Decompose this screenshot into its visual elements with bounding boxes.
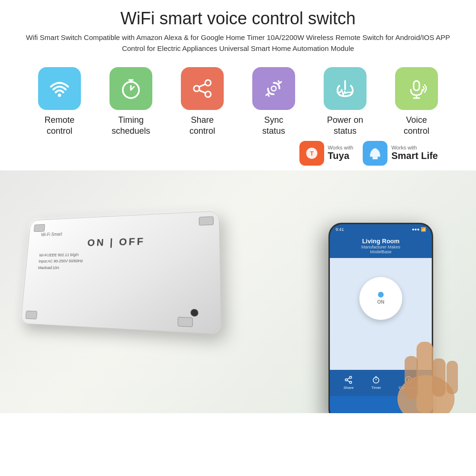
remote-control-icon-box xyxy=(38,67,81,110)
connector-bl xyxy=(25,310,37,319)
device-wrap: Wi-Fi Smart ON | OFF Wi-Fi:IEEE 802.11 b… xyxy=(0,185,252,385)
feature-remote-label: Remotecontrol xyxy=(44,115,74,137)
svg-rect-18 xyxy=(405,356,418,399)
svg-point-2 xyxy=(205,80,211,86)
phone-signal: ●●● 📶 xyxy=(412,227,426,232)
page-subtitle: Wifi Smart Switch Compatible with Amazon… xyxy=(24,32,452,54)
phone-time: 9:41 xyxy=(336,227,344,232)
feature-power-label: Power onstatus xyxy=(327,115,363,137)
phone-status-bar: 9:41 ●●● 📶 xyxy=(330,224,432,235)
page-title: WiFi smart voice control switch xyxy=(10,9,466,29)
feature-sync: Syncstatus xyxy=(240,67,307,137)
smart-life-icon xyxy=(363,141,387,166)
feature-share: Sharecontrol xyxy=(169,67,236,137)
svg-rect-20 xyxy=(446,361,458,394)
wifi-icon xyxy=(47,76,72,101)
device-indicator xyxy=(190,309,198,317)
page: WiFi smart voice control switch Wifi Sma… xyxy=(0,0,476,476)
bottom-section: Wi-Fi Smart ON | OFF Wi-Fi:IEEE 802.11 b… xyxy=(0,170,476,413)
smart-life-badge: Works with Smart Life xyxy=(363,141,438,166)
svg-point-5 xyxy=(271,86,276,91)
smart-life-text: Works with Smart Life xyxy=(391,145,438,161)
svg-line-13 xyxy=(347,378,350,379)
hand-svg xyxy=(390,304,462,413)
smart-life-works-with: Works with xyxy=(391,145,438,150)
tuya-text: Works with Tuya xyxy=(328,145,354,161)
smart-life-brand: Smart Life xyxy=(391,150,438,161)
voice-icon-box xyxy=(395,67,438,110)
timer-icon xyxy=(119,76,143,101)
feature-share-label: Sharecontrol xyxy=(189,115,215,137)
svg-rect-19 xyxy=(432,358,446,397)
sync-icon-box xyxy=(252,67,295,110)
feature-voice-label: Voicecontrol xyxy=(404,115,429,137)
svg-point-4 xyxy=(205,91,211,97)
svg-line-12 xyxy=(347,380,350,382)
svg-point-10 xyxy=(346,379,348,381)
power-icon xyxy=(333,76,357,101)
header: WiFi smart voice control switch Wifi Sma… xyxy=(0,0,476,59)
feature-sync-label: Syncstatus xyxy=(262,115,285,137)
feature-timing: Timingscheduels xyxy=(98,67,164,137)
phone-app-header: Living Room Manufacturer Makes ModelBase xyxy=(330,235,432,258)
smart-life-logo-icon xyxy=(367,145,384,162)
phone-sub: Manufacturer Makes ModelBase xyxy=(336,245,426,254)
svg-rect-6 xyxy=(414,81,419,90)
phone-timer-btn[interactable]: Timer xyxy=(371,376,381,390)
feature-remote-control: Remotecontrol xyxy=(26,67,93,137)
sync-icon xyxy=(261,76,286,101)
share-icon xyxy=(190,76,215,101)
svg-point-11 xyxy=(350,381,352,384)
phone-share-btn[interactable]: Share xyxy=(344,376,354,390)
device-specs: Wi-Fi:IEEE 802.11 b/g/n Input:AC 90-250V… xyxy=(38,249,203,271)
tuya-logo-icon: T xyxy=(303,145,320,162)
power-icon-box xyxy=(324,67,367,110)
feature-timing-label: Timingscheduels xyxy=(111,115,150,137)
hand-illustration xyxy=(390,304,462,413)
tuya-works-with: Works with xyxy=(328,145,354,150)
phone-wrap: 9:41 ●●● 📶 Living Room Manufacturer Make… xyxy=(300,185,462,413)
voice-icon xyxy=(404,76,429,101)
phone-timer-label: Timer xyxy=(371,386,381,390)
feature-power: Power onstatus xyxy=(312,67,378,137)
timing-icon-box xyxy=(109,67,152,110)
svg-point-3 xyxy=(194,86,199,91)
svg-point-9 xyxy=(350,377,352,379)
phone-on-label: ON xyxy=(377,299,385,305)
svg-rect-17 xyxy=(416,342,433,413)
svg-text:T: T xyxy=(310,150,314,157)
connector-tl xyxy=(34,224,45,232)
svg-point-0 xyxy=(58,94,61,97)
tuya-badge: T Works with Tuya xyxy=(299,141,354,166)
connector-br xyxy=(178,317,193,327)
feature-voice: Voicecontrol xyxy=(383,67,450,137)
device-body: Wi-Fi Smart ON | OFF Wi-Fi:IEEE 802.11 b… xyxy=(20,210,221,334)
features-row: Remotecontrol Timingscheduels xyxy=(0,59,476,141)
tuya-icon: T xyxy=(299,141,324,166)
badge-row: T Works with Tuya Works with Smart Life xyxy=(0,141,476,170)
connector-tr xyxy=(199,216,214,225)
device-label: Wi-Fi Smart ON | OFF Wi-Fi:IEEE 802.11 b… xyxy=(38,226,203,271)
tuya-brand: Tuya xyxy=(328,150,354,161)
share-icon-box xyxy=(181,67,224,110)
phone-room-name: Living Room xyxy=(336,238,426,245)
phone-share-label: Share xyxy=(344,386,354,390)
